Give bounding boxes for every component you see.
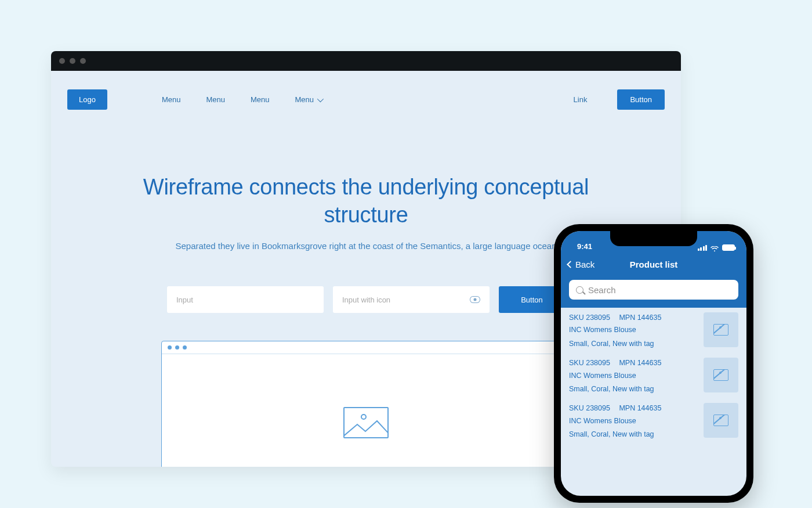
product-mpn: MPN 144635 xyxy=(619,404,661,412)
traffic-light-zoom[interactable] xyxy=(80,58,86,64)
chevron-left-icon xyxy=(567,261,574,268)
panel-titlebar xyxy=(162,341,570,354)
panel-body xyxy=(162,354,570,467)
navbar: Logo Menu Menu Menu Menu Link Button xyxy=(51,71,681,110)
search-wrap: Search xyxy=(561,275,746,308)
product-name: INC Womens Blouse xyxy=(569,325,668,336)
embedded-browser-panel xyxy=(161,341,571,467)
image-placeholder-icon xyxy=(343,407,389,438)
product-sku: SKU 238095 xyxy=(569,404,610,412)
product-info: SKU 238095 MPN 144635 INC Womens Blouse … xyxy=(569,358,668,395)
traffic-light-close[interactable] xyxy=(59,58,65,64)
search-placeholder: Search xyxy=(588,285,616,295)
nav-header: Back Product list xyxy=(561,253,746,275)
product-thumbnail xyxy=(704,358,738,392)
nav-link[interactable]: Link xyxy=(574,95,588,104)
search-input[interactable]: Search xyxy=(569,280,738,300)
product-attrs: Small, Coral, New with tag xyxy=(569,338,668,350)
eye-icon xyxy=(470,296,480,303)
input-placeholder: Input with icon xyxy=(342,296,390,304)
window-titlebar xyxy=(51,51,681,71)
product-list: SKU 238095 MPN 144635 INC Womens Blouse … xyxy=(561,308,746,440)
product-sku: SKU 238095 xyxy=(569,359,610,367)
product-name: INC Womens Blouse xyxy=(569,416,668,427)
product-attrs: Small, Coral, New with tag xyxy=(569,384,668,395)
battery-icon xyxy=(722,244,735,251)
input-placeholder: Input xyxy=(176,296,193,304)
page-title: Product list xyxy=(630,260,678,269)
panel-dot xyxy=(183,345,187,350)
menu-item-4-dropdown[interactable]: Menu xyxy=(295,95,322,104)
product-name: INC Womens Blouse xyxy=(569,370,668,381)
search-icon xyxy=(576,286,583,294)
list-item[interactable]: SKU 238095 MPN 144635 INC Womens Blouse … xyxy=(569,358,738,395)
panel-dot xyxy=(168,345,172,350)
product-info: SKU 238095 MPN 144635 INC Womens Blouse … xyxy=(569,403,668,440)
status-time: 9:41 xyxy=(577,242,592,251)
menu-item-3[interactable]: Menu xyxy=(251,95,270,104)
nav-button[interactable]: Button xyxy=(617,89,665,110)
traffic-light-minimize[interactable] xyxy=(70,58,75,64)
image-placeholder-icon xyxy=(713,369,728,381)
product-info: SKU 238095 MPN 144635 INC Womens Blouse … xyxy=(569,312,668,350)
back-label: Back xyxy=(575,260,594,269)
image-placeholder-icon xyxy=(713,324,728,336)
menu-item-2[interactable]: Menu xyxy=(206,95,225,104)
product-mpn: MPN 144635 xyxy=(619,359,661,367)
product-attrs: Small, Coral, New with tag xyxy=(569,429,668,440)
back-button[interactable]: Back xyxy=(568,260,594,269)
product-sku: SKU 238095 xyxy=(569,314,610,322)
list-item[interactable]: SKU 238095 MPN 144635 INC Womens Blouse … xyxy=(569,403,738,440)
hero-subtitle: Separated they live in Bookmarksgrove ri… xyxy=(115,239,617,253)
logo[interactable]: Logo xyxy=(67,89,107,110)
status-icons xyxy=(698,244,735,251)
menu-item-1[interactable]: Menu xyxy=(162,95,181,104)
menu-item-4-label: Menu xyxy=(295,95,314,104)
wifi-icon xyxy=(710,245,719,251)
hero-heading: Wireframe connects the underlying concep… xyxy=(115,174,617,229)
image-placeholder-icon xyxy=(713,415,728,426)
chevron-down-icon xyxy=(317,95,324,102)
phone-device: 9:41 Back Product list Search xyxy=(554,224,753,503)
panel-dot xyxy=(175,345,179,350)
input-plain[interactable]: Input xyxy=(167,286,324,313)
phone-screen: 9:41 Back Product list Search xyxy=(561,231,746,496)
input-with-icon[interactable]: Input with icon xyxy=(333,286,490,313)
cellular-signal-icon xyxy=(698,245,708,251)
list-item[interactable]: SKU 238095 MPN 144635 INC Womens Blouse … xyxy=(569,312,738,350)
product-mpn: MPN 144635 xyxy=(619,314,661,322)
phone-notch xyxy=(610,231,697,246)
product-thumbnail xyxy=(704,403,738,438)
product-thumbnail xyxy=(704,312,738,347)
